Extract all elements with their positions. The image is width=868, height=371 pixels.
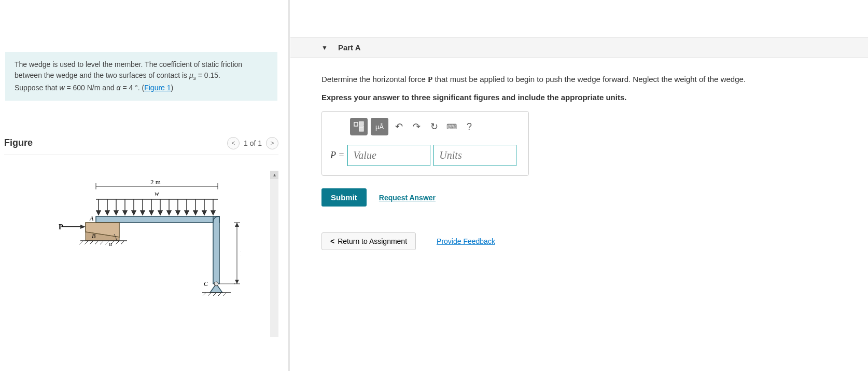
answer-instruction: Express your answer to three significant…: [321, 93, 837, 102]
svg-marker-31: [211, 211, 215, 215]
redo-button[interactable]: ↷: [409, 118, 424, 135]
return-to-assignment-button[interactable]: < Return to Assignment: [321, 232, 416, 250]
svg-marker-5: [96, 211, 101, 215]
problem-text-3a: Suppose that: [15, 84, 59, 92]
height-label: 1 m: [240, 249, 241, 257]
undo-button[interactable]: ↶: [391, 118, 406, 135]
svg-rect-64: [359, 127, 363, 131]
svg-line-55: [223, 293, 227, 296]
figure-diagram: 2 m w: [34, 171, 241, 300]
figure-next-button[interactable]: >: [266, 137, 278, 149]
figure-title: Figure: [4, 138, 33, 148]
svg-marker-27: [193, 211, 198, 215]
units-input[interactable]: [433, 145, 516, 166]
problem-text-1: The wedge is used to level the member. T…: [15, 60, 242, 68]
svg-line-51: [203, 293, 206, 296]
caret-down-icon: ▼: [321, 44, 328, 51]
figure-body: ▴ 2 m w: [4, 171, 278, 337]
mu-symbol: μ: [189, 71, 193, 79]
problem-statement: The wedge is used to level the member. T…: [5, 52, 277, 101]
special-chars-button[interactable]: μÅ: [371, 118, 388, 135]
svg-line-52: [208, 293, 211, 296]
answer-toolbar: μÅ ↶ ↷ ↻ ⌨ ?: [322, 112, 528, 142]
chevron-left-icon: <: [330, 237, 334, 245]
left-panel: The wedge is used to level the member. T…: [0, 0, 283, 371]
svg-marker-60: [235, 280, 239, 284]
problem-text-2a: between the wedge and the two surfaces o…: [15, 71, 189, 79]
C-label: C: [204, 280, 208, 287]
and-text: and: [100, 84, 116, 92]
svg-rect-32: [96, 216, 219, 223]
alpha-val: = 4 °. (: [121, 84, 145, 92]
svg-rect-62: [354, 122, 358, 126]
w-val: = 600 N/m: [65, 84, 101, 92]
svg-marker-25: [185, 211, 189, 215]
svg-marker-29: [202, 211, 206, 215]
load-label: w: [155, 189, 159, 197]
svg-line-45: [121, 241, 124, 244]
figure-nav: < 1 of 1 >: [227, 137, 278, 149]
equation-label: P =: [330, 150, 344, 161]
A-label: A: [89, 215, 94, 222]
svg-point-49: [214, 282, 218, 286]
reset-button[interactable]: ↻: [427, 118, 441, 135]
help-button[interactable]: ?: [462, 118, 477, 135]
svg-rect-33: [213, 216, 219, 284]
svg-marker-15: [141, 211, 145, 215]
alpha-var: α: [117, 84, 121, 92]
svg-line-54: [218, 293, 221, 296]
question-prompt: Determine the horizontal force P that mu…: [321, 73, 837, 86]
value-input[interactable]: [347, 145, 430, 166]
scroll-up-icon[interactable]: ▴: [270, 171, 278, 179]
figure-header: Figure < 1 of 1 >: [4, 137, 278, 155]
close-paren: ): [171, 84, 174, 92]
svg-marker-59: [235, 223, 239, 227]
svg-line-40: [95, 241, 99, 244]
templates-button[interactable]: [350, 118, 368, 135]
svg-line-44: [116, 241, 119, 244]
svg-rect-63: [359, 121, 363, 126]
part-body: Determine the horizontal force P that mu…: [290, 58, 868, 266]
svg-line-42: [105, 241, 109, 244]
svg-marker-47: [80, 225, 86, 229]
figure-counter: 1 of 1: [244, 139, 262, 147]
B-label: B: [92, 232, 96, 240]
right-panel: ▼ Part A Determine the horizontal force …: [290, 0, 868, 371]
footer-row: < Return to Assignment Provide Feedback: [321, 232, 837, 250]
templates-icon: [353, 121, 365, 132]
svg-line-53: [213, 293, 216, 296]
prompt-a: Determine the horizontal force: [321, 75, 428, 84]
panel-divider[interactable]: [288, 0, 290, 371]
svg-line-41: [100, 241, 104, 244]
svg-marker-17: [149, 211, 153, 215]
request-answer-link[interactable]: Request Answer: [379, 194, 436, 202]
figure-section: Figure < 1 of 1 > ▴ 2 m w: [4, 106, 278, 337]
mu-eq: = 0.15.: [196, 71, 220, 79]
keyboard-button[interactable]: ⌨: [444, 118, 459, 135]
svg-marker-21: [167, 211, 171, 215]
svg-line-39: [90, 241, 93, 244]
svg-line-38: [85, 241, 88, 244]
prompt-b: that must be applied to begin to push th…: [432, 75, 746, 84]
svg-marker-11: [123, 211, 127, 215]
P-label: P: [59, 223, 63, 231]
provide-feedback-link[interactable]: Provide Feedback: [437, 237, 495, 245]
span-label: 2 m: [150, 178, 161, 186]
alpha-label: α: [109, 240, 113, 248]
figure-prev-button[interactable]: <: [227, 137, 240, 149]
svg-line-37: [79, 241, 83, 244]
submit-button[interactable]: Submit: [321, 188, 367, 207]
figure-link[interactable]: Figure 1: [144, 84, 171, 92]
svg-marker-9: [114, 211, 118, 215]
answer-input-row: P =: [322, 142, 528, 166]
return-label: Return to Assignment: [338, 237, 407, 245]
svg-marker-23: [176, 211, 180, 215]
svg-marker-13: [132, 211, 136, 215]
svg-marker-7: [105, 211, 109, 215]
P-bold: P: [428, 75, 432, 84]
part-header[interactable]: ▼ Part A: [290, 37, 868, 58]
w-var: w: [59, 84, 64, 92]
answer-box: μÅ ↶ ↷ ↻ ⌨ ? P =: [321, 111, 529, 176]
svg-marker-19: [158, 211, 162, 215]
part-title: Part A: [338, 43, 361, 52]
